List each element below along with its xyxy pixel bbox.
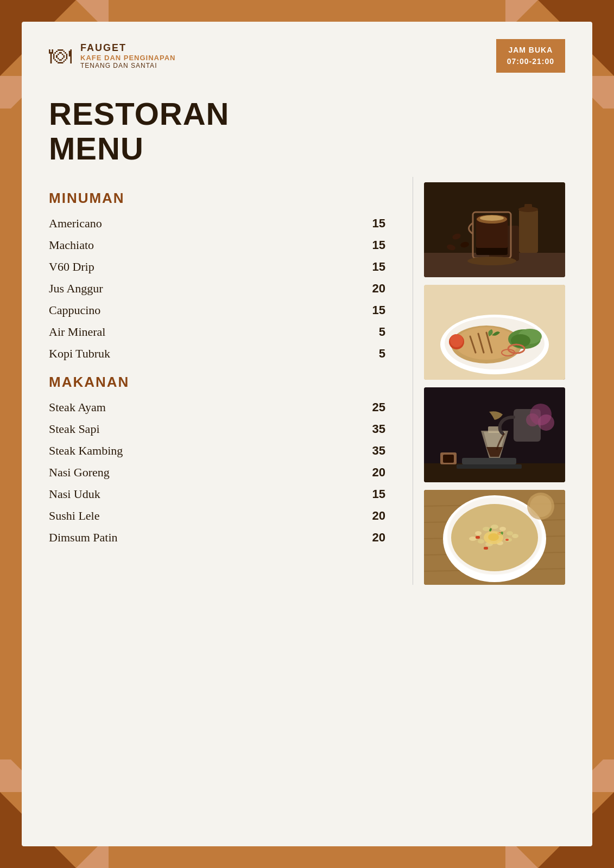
item-name: Sushi Lele: [49, 509, 358, 523]
restaurant-icon: 🍽: [49, 43, 72, 69]
svg-point-67: [488, 533, 499, 541]
air-mineral-item: Air Mineral: [49, 325, 358, 339]
svg-point-53: [491, 525, 498, 529]
item-name: Nasi Uduk: [49, 487, 358, 501]
list-item: Nasi Uduk 15: [49, 487, 385, 501]
svg-rect-32: [462, 458, 516, 464]
item-price: 20: [358, 531, 385, 545]
main-card: 🍽 FAUGET KAFE DAN PENGINAPAN TENANG DAN …: [22, 22, 592, 846]
svg-point-54: [499, 527, 506, 531]
item-price: 20: [358, 509, 385, 523]
svg-rect-40: [443, 455, 454, 463]
list-item: V60 Drip 15: [49, 260, 385, 274]
makanan-header: MAKANAN: [49, 374, 385, 391]
brand-name: FAUGET: [80, 42, 176, 54]
svg-point-55: [507, 531, 513, 535]
hours-label: JAM BUKA: [507, 44, 554, 56]
chicken-image: [424, 285, 565, 380]
list-item: Kopi Tubruk 5: [49, 347, 385, 361]
item-price: 15: [358, 260, 385, 274]
svg-point-29: [502, 349, 515, 356]
list-item: Machiato 15: [49, 238, 385, 252]
pour-image: [424, 387, 565, 482]
images-section: [424, 177, 565, 585]
svg-point-8: [467, 257, 516, 265]
list-item: Jus Anggur 20: [49, 282, 385, 296]
brand-subtitle2: TENANG DAN SANTAI: [80, 62, 176, 69]
rice-image: [424, 490, 565, 585]
item-price: 20: [358, 282, 385, 296]
svg-point-7: [480, 215, 504, 221]
item-price: 5: [358, 347, 385, 361]
minuman-header: MINUMAN: [49, 190, 385, 207]
item-name: Steak Kambing: [49, 444, 358, 458]
svg-point-52: [483, 527, 490, 531]
svg-point-37: [538, 414, 554, 431]
list-item: Nasi Goreng 20: [49, 465, 385, 480]
svg-point-61: [512, 534, 518, 538]
svg-rect-33: [457, 464, 522, 469]
item-name: Steak Sapi: [49, 422, 358, 436]
item-name: Nasi Goreng: [49, 465, 358, 480]
svg-point-38: [526, 413, 539, 426]
svg-point-56: [469, 537, 477, 541]
list-item: Steak Kambing 35: [49, 444, 385, 458]
item-price: 15: [358, 216, 385, 231]
list-item: Cappucino 15: [49, 303, 385, 317]
item-price: 35: [358, 422, 385, 436]
brand-subtitle1: KAFE DAN PENGINAPAN: [80, 54, 176, 62]
logo-area: 🍽 FAUGET KAFE DAN PENGINAPAN TENANG DAN …: [49, 42, 176, 69]
list-item: Americano 15: [49, 216, 385, 231]
svg-point-57: [478, 539, 484, 544]
list-item: Air Mineral 5: [49, 325, 385, 339]
section-divider: [413, 177, 413, 585]
svg-point-27: [450, 334, 463, 347]
list-item: Sushi Lele 20: [49, 509, 385, 523]
svg-rect-9: [519, 209, 538, 253]
item-price: 5: [358, 325, 385, 339]
item-price: 20: [358, 465, 385, 480]
item-name: Kopi Tubruk: [49, 347, 358, 361]
item-price: 35: [358, 444, 385, 458]
item-name: Dimsum Patin: [49, 531, 358, 545]
header: 🍽 FAUGET KAFE DAN PENGINAPAN TENANG DAN …: [22, 22, 592, 86]
item-price: 15: [358, 303, 385, 317]
list-item: Steak Ayam 25: [49, 400, 385, 414]
svg-rect-62: [476, 536, 480, 539]
item-name: Americano: [49, 216, 358, 231]
menu-title: RESTORAN MENU: [22, 86, 592, 166]
item-name: Jus Anggur: [49, 282, 358, 296]
item-price: 15: [358, 487, 385, 501]
item-name: Cappucino: [49, 303, 358, 317]
hours-box: JAM BUKA 07:00-21:00: [496, 39, 565, 73]
page: 🍽 FAUGET KAFE DAN PENGINAPAN TENANG DAN …: [0, 0, 614, 868]
content: MINUMAN Americano 15 Machiato 15 V60 Dri…: [22, 177, 592, 585]
list-item: Steak Sapi 35: [49, 422, 385, 436]
item-price: 25: [358, 400, 385, 414]
coffee-image: [424, 182, 565, 277]
svg-rect-11: [524, 204, 532, 210]
hours-value: 07:00-21:00: [507, 56, 554, 67]
item-name: V60 Drip: [49, 260, 358, 274]
logo-text: FAUGET KAFE DAN PENGINAPAN TENANG DAN SA…: [80, 42, 176, 69]
svg-point-70: [530, 495, 552, 517]
menu-section: MINUMAN Americano 15 Machiato 15 V60 Dri…: [49, 177, 402, 585]
item-name: Steak Ayam: [49, 400, 358, 414]
list-item: Dimsum Patin 20: [49, 531, 385, 545]
svg-rect-64: [505, 539, 509, 541]
svg-point-51: [475, 531, 482, 535]
svg-rect-65: [484, 547, 488, 550]
item-name: Machiato: [49, 238, 358, 252]
item-price: 15: [358, 238, 385, 252]
